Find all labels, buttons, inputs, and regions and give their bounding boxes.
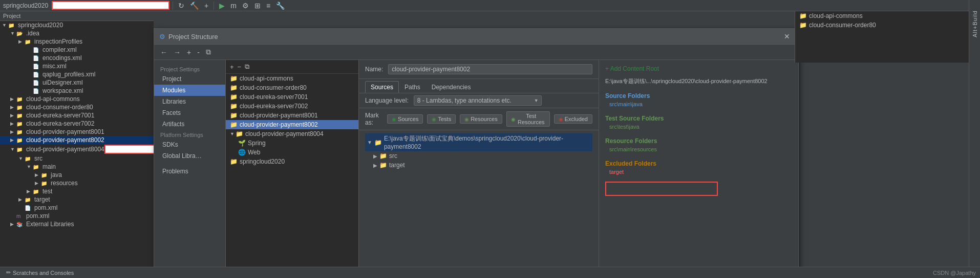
- tree-item-inspection[interactable]: ▶ 📁 inspectionProfiles: [0, 37, 154, 46]
- source-tree-target[interactable]: ▶ 📁 target: [365, 161, 592, 170]
- tab-sources[interactable]: Sources: [365, 81, 399, 93]
- red-outline-input-box[interactable]: [605, 182, 718, 196]
- tab-paths[interactable]: Paths: [399, 81, 426, 93]
- nav-item-facets[interactable]: Facets: [154, 107, 225, 118]
- rename-input-tree[interactable]: [104, 145, 154, 154]
- module-list-item-eureka7002[interactable]: 📁 cloud-eureka-server7002: [226, 102, 358, 111]
- tree-item-payment8004[interactable]: ▼ 📁 cloud-provider-payment8004: [0, 144, 154, 154]
- tree-item-src[interactable]: ▼ 📁 src: [0, 154, 154, 163]
- tree-label: workspace.xml: [42, 87, 83, 94]
- toolbar-build-btn[interactable]: 🔨: [188, 1, 201, 10]
- tree-arrow: ▼: [2, 23, 8, 28]
- tree-arrow: ▼: [10, 147, 16, 152]
- bottom-bar: ✏ Scratches and Consoles CSDN @Japathy: [0, 267, 980, 278]
- scratches-item[interactable]: ✏ Scratches and Consoles: [4, 268, 76, 277]
- right-file-item-api-commons[interactable]: 📁 cloud-api-commons: [795, 11, 969, 21]
- toolbar-m-btn[interactable]: m: [228, 1, 239, 10]
- toolbar-wrench-btn[interactable]: 🔧: [274, 1, 287, 10]
- toolbar-refresh-btn[interactable]: ↻: [176, 1, 186, 10]
- src-label: src: [389, 152, 397, 160]
- dialog-remove-btn[interactable]: -: [195, 47, 202, 57]
- mark-test-resources-label: Test Resources: [517, 113, 545, 125]
- dialog-forward-btn[interactable]: →: [172, 47, 183, 57]
- content-root-path: E:\java专题训练\...\springcloud2020\cloud-pr…: [605, 77, 792, 85]
- nav-item-global-libs[interactable]: Global Libra…: [154, 150, 225, 162]
- tree-item-idea[interactable]: ▼ 📂 .idea: [0, 29, 154, 37]
- xml-icon: 📄: [25, 205, 33, 211]
- toolbar-add-btn[interactable]: +: [202, 1, 210, 10]
- tree-item-springcloud2020[interactable]: ▼ 📁 springcloud2020: [0, 21, 154, 29]
- nav-item-sdks[interactable]: SDKs: [154, 139, 225, 150]
- tree-item-payment8002[interactable]: ▶ 📁 cloud-provider-payment8002: [0, 136, 154, 144]
- module-list-item-payment8001[interactable]: 📁 cloud-provider-payment8001: [226, 111, 358, 120]
- source-tree-src[interactable]: ▶ 📁 src: [365, 151, 592, 161]
- tree-item-test[interactable]: ▶ 📁 test: [0, 187, 154, 195]
- right-file-item-consumer80[interactable]: 📁 cloud-consumer-order80: [795, 21, 969, 30]
- project-name-input[interactable]: [52, 1, 169, 10]
- mark-test-resources-btn[interactable]: ◉ Test Resources: [506, 111, 550, 127]
- tree-label: encodings.xml: [42, 54, 82, 62]
- tab-dependencies[interactable]: Dependencies: [426, 81, 477, 93]
- dialog-back-btn[interactable]: ←: [158, 47, 169, 57]
- toolbar-grid-btn[interactable]: ⊞: [252, 1, 263, 10]
- module-name-value: cloud-provider-payment8002: [388, 64, 592, 74]
- nav-item-project[interactable]: Project: [154, 73, 225, 85]
- module-folder-icon: 📁: [230, 75, 238, 82]
- mark-excluded-btn[interactable]: ◉ Excluded: [554, 114, 592, 124]
- module-add-btn[interactable]: +: [229, 62, 235, 72]
- module-list-item-payment8004[interactable]: ▼ 📁 cloud-provider-payment8004: [226, 129, 358, 138]
- module-remove-btn[interactable]: −: [237, 62, 243, 72]
- module-list-item-api-commons[interactable]: 📁 cloud-api-commons: [226, 74, 358, 83]
- test-source-folders-title: Test Source Folders: [605, 115, 792, 122]
- dialog-close-button[interactable]: ✕: [781, 31, 793, 42]
- tree-item-resources[interactable]: ▶ 📁 resources: [0, 179, 154, 187]
- tree-label: target: [34, 196, 50, 203]
- add-content-root-btn[interactable]: + Add Content Root: [605, 64, 792, 73]
- toolbar-run-btn[interactable]: ▶: [217, 1, 227, 10]
- source-root-path-item[interactable]: ▼ 📁 E:\java专题训练\面试宝典\demos\springcloud20…: [365, 133, 592, 151]
- module-list-item-payment8002[interactable]: 📁 cloud-provider-payment8002: [226, 120, 358, 129]
- xml-icon: 📄: [33, 80, 41, 86]
- toolbar-settings-btn[interactable]: ≡: [264, 1, 272, 10]
- tree-item-pom8004-xml[interactable]: 📄 pom.xml: [0, 204, 154, 212]
- dialog-add-btn[interactable]: +: [185, 47, 193, 57]
- tree-item-api-commons[interactable]: ▶ 📁 cloud-api-commons: [0, 95, 154, 103]
- module-copy-btn[interactable]: ⧉: [244, 62, 250, 72]
- nav-item-problems[interactable]: Problems: [154, 166, 225, 177]
- tree-item-payment8001[interactable]: ▶ 📁 cloud-provider-payment8001: [0, 128, 154, 136]
- mark-sources-btn[interactable]: ◉ Sources: [387, 114, 423, 124]
- module-list-item-consumer80[interactable]: 📁 cloud-consumer-order80: [226, 83, 358, 92]
- module-item-label: Spring: [248, 140, 266, 147]
- tree-item-workspace-xml[interactable]: 📄 workspace.xml: [0, 87, 154, 95]
- module-item-label: springcloud2020: [240, 158, 285, 165]
- tree-item-external-libs[interactable]: ▶ 📚 External Libraries: [0, 220, 154, 228]
- expand-arrow-src: ▶: [373, 153, 377, 159]
- tree-item-uidesigner-xml[interactable]: 📄 uiDesigner.xml: [0, 78, 154, 87]
- nav-item-modules[interactable]: Modules: [154, 85, 225, 96]
- module-list-item-web[interactable]: 🌐 Web: [226, 148, 358, 157]
- tree-item-qaplug-xml[interactable]: 📄 qaplug_profiles.xml: [0, 70, 154, 78]
- tree-item-java[interactable]: ▶ 📁 java: [0, 171, 154, 179]
- tree-item-target[interactable]: ▶ 📁 target: [0, 195, 154, 204]
- tree-item-encodings-xml[interactable]: 📄 encodings.xml: [0, 54, 154, 62]
- mark-tests-btn[interactable]: ◉ Tests: [427, 114, 456, 124]
- dialog-copy-btn[interactable]: ⧉: [204, 47, 213, 57]
- tree-item-pom-root-xml[interactable]: m pom.xml: [0, 212, 154, 220]
- tree-arrow: ▼: [10, 31, 16, 36]
- tree-item-consumer-order80[interactable]: ▶ 📁 cloud-consumer-order80: [0, 103, 154, 111]
- mark-resources-btn[interactable]: ◉ Resources: [460, 114, 502, 124]
- nav-item-artifacts[interactable]: Artifacts: [154, 118, 225, 130]
- tree-item-main[interactable]: ▼ 📁 main: [0, 163, 154, 171]
- dialog-title: ⚙ Project Structure: [159, 33, 218, 41]
- tree-item-eureka7002[interactable]: ▶ 📁 cloud-eureka-server7002: [0, 120, 154, 128]
- tree-item-misc-xml[interactable]: 📄 misc.xml: [0, 62, 154, 70]
- toolbar-ant-btn[interactable]: ⚙: [240, 1, 251, 10]
- module-list-item-spring[interactable]: 🌱 Spring: [226, 138, 358, 148]
- tree-item-eureka7001[interactable]: ▶ 📁 cloud-eureka-server7001: [0, 111, 154, 120]
- lang-level-select[interactable]: 8 - Lambdas, type annotations etc.: [414, 95, 542, 106]
- module-list-item-springcloud2020[interactable]: 📁 springcloud2020: [226, 157, 358, 166]
- module-item-label: cloud-provider-payment8001: [240, 112, 318, 119]
- module-list-item-eureka7001[interactable]: 📁 cloud-eureka-server7001: [226, 92, 358, 102]
- nav-item-libraries[interactable]: Libraries: [154, 96, 225, 107]
- tree-item-compiler-xml[interactable]: 📄 compiler.xml: [0, 46, 154, 54]
